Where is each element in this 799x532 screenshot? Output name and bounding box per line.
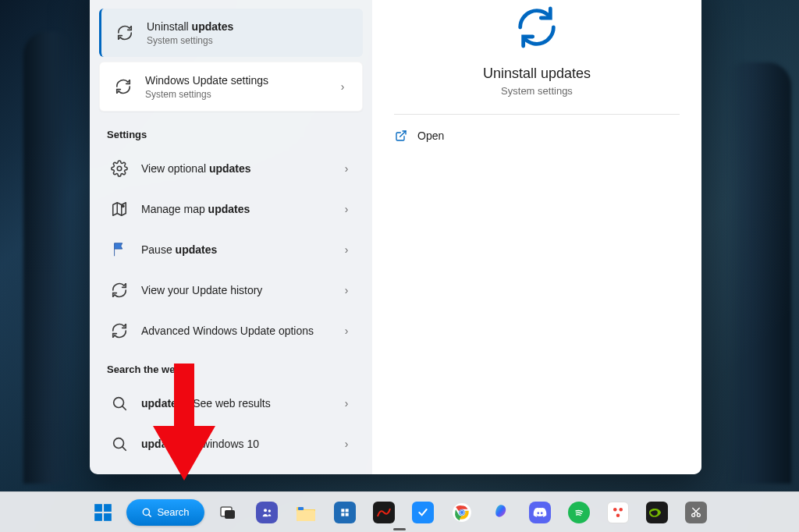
settings-result-3[interactable]: View your Update history› <box>96 270 366 310</box>
svg-line-9 <box>400 131 406 137</box>
taskbar: Search <box>0 491 799 532</box>
divider <box>394 114 680 115</box>
svg-rect-11 <box>104 504 112 512</box>
svg-rect-17 <box>225 510 235 519</box>
sync-icon <box>108 320 130 342</box>
settings-result-4[interactable]: Advanced Windows Update options› <box>96 310 366 351</box>
map-icon <box>108 198 130 220</box>
web-result-0[interactable]: updates - See web results› <box>96 383 366 424</box>
svg-point-4 <box>122 205 125 208</box>
chevron-right-icon: › <box>339 325 353 337</box>
taskbar-app-discord[interactable] <box>524 497 556 528</box>
chevron-right-icon: › <box>339 162 353 175</box>
sync-icon <box>108 279 130 301</box>
svg-rect-23 <box>346 509 349 512</box>
sync-icon <box>114 22 136 44</box>
taskbar-app-snip[interactable] <box>680 497 712 528</box>
svg-line-15 <box>149 514 151 516</box>
taskbar-app-teams[interactable] <box>251 497 282 528</box>
result-windows-update-settings[interactable]: Windows Update settings System settings … <box>99 62 363 112</box>
sync-icon <box>510 0 564 55</box>
chevron-right-icon: › <box>339 243 353 256</box>
taskbar-app-task-view[interactable] <box>212 497 243 528</box>
svg-line-6 <box>123 407 126 410</box>
svg-rect-10 <box>94 504 102 512</box>
open-button[interactable]: Open <box>394 122 680 149</box>
gear-icon <box>108 158 130 179</box>
svg-rect-24 <box>341 512 344 516</box>
taskbar-app-copilot[interactable] <box>485 497 517 528</box>
svg-point-30 <box>613 508 617 512</box>
settings-result-1[interactable]: Manage map updates› <box>96 189 366 229</box>
svg-rect-13 <box>104 513 112 521</box>
best-match-text: Uninstall updates System settings <box>147 20 350 46</box>
settings-header: Settings <box>90 116 372 148</box>
preview-pane: Uninstall updates System settings Open <box>372 0 701 474</box>
svg-rect-12 <box>94 513 102 521</box>
svg-point-29 <box>460 510 463 513</box>
chevron-right-icon: › <box>339 438 353 450</box>
svg-point-32 <box>616 513 620 517</box>
taskbar-app-chrome[interactable] <box>446 497 478 528</box>
search-icon <box>108 433 130 455</box>
chevron-right-icon: › <box>339 397 353 410</box>
svg-rect-21 <box>298 507 304 510</box>
flag-icon <box>108 239 130 261</box>
chevron-right-icon: › <box>336 80 350 93</box>
settings-result-2[interactable]: Pause updates› <box>96 229 366 270</box>
web-result-1[interactable]: updates for windows 10› <box>96 424 366 464</box>
start-button[interactable] <box>87 497 119 528</box>
sync-icon <box>112 76 134 98</box>
svg-line-8 <box>123 448 126 451</box>
results-column: Best match Uninstall updates System sett… <box>90 0 372 474</box>
svg-point-19 <box>268 509 271 512</box>
search-icon <box>108 392 130 414</box>
start-search-panel: Best match Uninstall updates System sett… <box>90 0 701 474</box>
best-match-header: Best match <box>90 0 372 9</box>
best-match-result[interactable]: Uninstall updates System settings <box>99 9 363 57</box>
chevron-right-icon: › <box>339 203 353 215</box>
taskbar-app-anydesk[interactable] <box>602 497 634 528</box>
svg-point-31 <box>620 508 623 512</box>
search-web-header: Search the web <box>90 351 372 383</box>
preview-title: Uninstall updates <box>394 66 680 82</box>
taskbar-app-microsoft-store[interactable] <box>329 497 360 528</box>
svg-rect-20 <box>297 510 315 521</box>
active-indicator <box>393 528 406 530</box>
taskbar-app-todo[interactable] <box>407 497 439 528</box>
svg-point-0 <box>117 167 122 172</box>
taskbar-app-msi[interactable] <box>368 497 400 528</box>
taskbar-app-nvidia[interactable] <box>641 497 673 528</box>
settings-result-0[interactable]: View optional updates› <box>96 148 366 189</box>
preview-subtitle: System settings <box>394 85 680 97</box>
svg-marker-1 <box>113 203 126 216</box>
taskbar-app-file-explorer[interactable] <box>290 497 321 528</box>
taskbar-search-button[interactable]: Search <box>126 499 204 526</box>
taskbar-app-spotify[interactable] <box>563 497 595 528</box>
svg-rect-25 <box>346 512 349 516</box>
svg-rect-22 <box>341 509 344 512</box>
chevron-right-icon: › <box>339 284 353 296</box>
svg-point-18 <box>264 509 267 512</box>
open-external-icon <box>394 129 408 143</box>
